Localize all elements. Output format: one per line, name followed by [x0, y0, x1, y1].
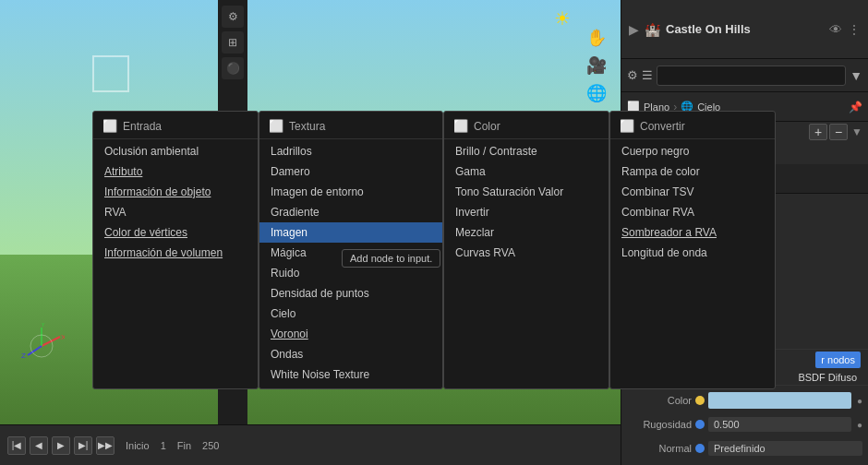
play-next-btn[interactable]: ▶| — [74, 436, 92, 455]
convertir-icon: ⬜ — [620, 119, 634, 133]
scroll-icon[interactable]: ▼ — [850, 124, 864, 140]
roughness-value[interactable]: 0.500 — [708, 417, 851, 432]
menu-item-gama[interactable]: Gama — [444, 161, 609, 182]
list-icon[interactable]: ☰ — [642, 68, 653, 82]
hand-icon[interactable]: ✋ — [586, 28, 607, 48]
play-prev-btn[interactable]: ◀ — [30, 436, 48, 455]
menu-column-entrada: ⬜ Entrada Oclusión ambiental Atributo In… — [92, 111, 259, 389]
svg-text:Z: Z — [21, 352, 26, 360]
svg-text:Y: Y — [41, 323, 46, 328]
play-btn[interactable]: ▶ — [52, 436, 70, 455]
normal-value[interactable]: Predefinido — [708, 441, 862, 456]
properties-section: Color ● Rugosidad 0.500 ● Normal Predefi… — [621, 385, 868, 465]
frame-start-value[interactable]: 1 — [161, 440, 166, 451]
menu-item-curvas-rva[interactable]: Curvas RVA — [444, 243, 609, 263]
roughness-row: Rugosidad 0.500 ● — [627, 413, 862, 435]
globe-icon[interactable]: 🌐 — [586, 83, 607, 103]
color-dot[interactable] — [695, 396, 705, 405]
menu-item-cielo[interactable]: Cielo — [259, 304, 442, 324]
panel-icon: 🏰 — [645, 22, 660, 37]
menu-item-color-vertices[interactable]: Color de vértices — [93, 222, 258, 243]
color-dot-right[interactable]: ● — [857, 396, 862, 406]
play-end-btn[interactable]: ▶▶ — [96, 436, 115, 455]
color-value[interactable] — [708, 392, 851, 409]
menu-item-combinar-tsv[interactable]: Combinar TSV — [610, 182, 775, 202]
roughness-dot[interactable] — [695, 420, 705, 429]
menu-header-convertir: ⬜ Convertir — [610, 115, 775, 139]
svg-text:X: X — [61, 333, 65, 341]
menu-item-invertir[interactable]: Invertir — [444, 202, 609, 222]
roughness-label: Rugosidad — [627, 419, 692, 430]
menu-item-sombreador-rva[interactable]: Sombreador a RVA — [610, 222, 775, 243]
tooltip-text: Add node to input. — [350, 253, 432, 264]
textura-title: Textura — [289, 120, 325, 133]
menu-item-oclusion[interactable]: Oclusión ambiental — [93, 141, 258, 161]
menu-column-convertir: ⬜ Convertir Cuerpo negro Rampa de color … — [609, 111, 776, 389]
menu-item-atributo[interactable]: Atributo — [93, 161, 258, 182]
menu-item-white-noise[interactable]: White Noise Texture — [259, 364, 442, 385]
panel-header: ▶ 🏰 Castle On Hills 👁 ⋮ — [621, 0, 868, 59]
normal-dot[interactable] — [695, 444, 705, 453]
play-icon: ▶ — [629, 22, 639, 37]
search-input[interactable] — [657, 66, 846, 86]
frame-start-label: Inicio — [126, 440, 150, 451]
tooltip: Add node to input. — [342, 249, 440, 268]
sidebar-icon-2[interactable]: ⊞ — [222, 31, 244, 54]
menu-item-imagen-entorno[interactable]: Imagen de entorno — [259, 182, 442, 202]
entrada-icon: ⬜ — [102, 119, 117, 133]
menu-item-rampa-color[interactable]: Rampa de color — [610, 161, 775, 182]
menu-item-ladrillos[interactable]: Ladrillos — [259, 141, 442, 161]
color-icon: ⬜ — [453, 119, 468, 133]
menu-header-entrada: ⬜ Entrada — [93, 115, 258, 139]
sidebar-icon-1[interactable]: ⚙ — [222, 6, 244, 28]
menu-item-gradiente[interactable]: Gradiente — [259, 202, 442, 222]
panel-toolbar: ⚙ ☰ ▼ — [621, 59, 868, 92]
play-start-btn[interactable]: |◀ — [7, 436, 26, 455]
camera-icon[interactable]: 🎥 — [586, 55, 607, 76]
axes-widget: X Y Z — [18, 323, 65, 369]
color-title: Color — [474, 120, 500, 133]
menu-item-brillo[interactable]: Brillo / Contraste — [444, 141, 609, 161]
frame-end-value[interactable]: 250 — [202, 440, 219, 451]
menu-item-rva[interactable]: RVA — [93, 202, 258, 222]
pin-icon[interactable]: 📌 — [849, 101, 862, 113]
menu-item-info-objeto[interactable]: Información de objeto — [93, 182, 258, 202]
eye-icon[interactable]: 👁 — [829, 22, 842, 37]
minus-btn[interactable]: − — [829, 124, 848, 140]
svg-line-0 — [42, 337, 60, 346]
menu-item-voronoi[interactable]: Voronoi — [259, 324, 442, 344]
menu-item-combinar-rva[interactable]: Combinar RVA — [610, 202, 775, 222]
bottom-bar: |◀ ◀ ▶ ▶| ▶▶ Inicio 1 Fin 250 — [0, 424, 621, 465]
menu-item-densidad-puntos[interactable]: Densidad de puntos — [259, 283, 442, 304]
menu-column-color: ⬜ Color Brillo / Contraste Gama Tono Sat… — [443, 111, 609, 389]
frame-end-label: Fin — [177, 440, 191, 451]
filter-icon[interactable]: ⚙ — [627, 68, 638, 82]
menu-item-longitud-onda[interactable]: Longitud de onda — [610, 243, 775, 263]
textura-icon: ⬜ — [269, 119, 283, 133]
menu-item-cuerpo-negro[interactable]: Cuerpo negro — [610, 141, 775, 161]
entrada-title: Entrada — [123, 120, 162, 133]
normal-label: Normal — [627, 443, 692, 454]
menu-item-ondas[interactable]: Ondas — [259, 344, 442, 364]
color-label: Color — [627, 395, 692, 406]
menu-header-textura: ⬜ Textura — [259, 115, 442, 139]
color-row: Color ● — [627, 389, 862, 411]
plus-btn[interactable]: + — [809, 124, 827, 140]
panel-title: Castle On Hills — [666, 22, 824, 36]
svg-line-2 — [28, 346, 42, 355]
dropdown-arrow-icon[interactable]: ▼ — [850, 68, 862, 83]
convertir-title: Convertir — [640, 120, 685, 133]
menu-item-info-volumen[interactable]: Información de volumen — [93, 243, 258, 263]
nodes-button[interactable]: r nodos — [815, 352, 861, 368]
sidebar-icon-3[interactable]: ⚫ — [222, 57, 244, 79]
menu-header-color: ⬜ Color — [444, 115, 609, 139]
selection-gizmo — [92, 55, 129, 92]
menu-item-mezclar[interactable]: Mezclar — [444, 222, 609, 243]
menu-item-tono[interactable]: Tono Saturación Valor — [444, 182, 609, 202]
normal-row: Normal Predefinido — [627, 437, 862, 459]
menu-item-imagen[interactable]: Imagen — [259, 222, 442, 243]
menu-item-damero[interactable]: Damero — [259, 161, 442, 182]
sun-icon: ☀ — [554, 7, 571, 30]
menu-dot-icon[interactable]: ⋮ — [848, 22, 861, 37]
roughness-dot-right[interactable]: ● — [857, 420, 862, 430]
